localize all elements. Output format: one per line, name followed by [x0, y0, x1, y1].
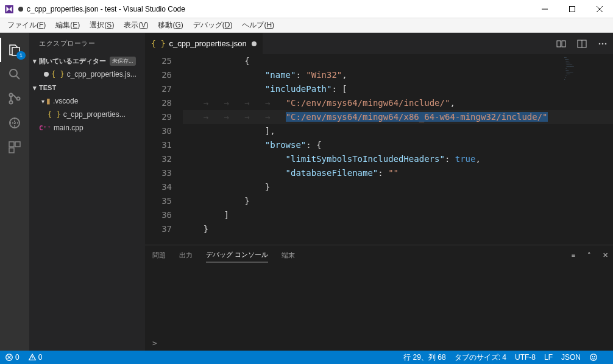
status-encoding[interactable]: UTF-8	[515, 353, 536, 362]
svg-rect-6	[9, 142, 14, 147]
workspace-header[interactable]: ▾ TEST	[29, 81, 145, 94]
activity-bar: 1	[0, 33, 29, 351]
svg-rect-8	[9, 148, 14, 153]
editor-area: { } c_cpp_properties.json 25262728293031…	[145, 33, 613, 351]
json-icon: { }	[151, 39, 165, 48]
menu-s[interactable]: 選択(S)	[85, 20, 119, 30]
svg-point-4	[17, 97, 20, 100]
panel-close-button[interactable]: ✕	[597, 251, 613, 259]
status-errors[interactable]: 0	[5, 353, 19, 362]
chevron-down-icon: ▾	[39, 98, 46, 105]
json-icon: { }	[48, 110, 61, 119]
svg-rect-7	[15, 142, 20, 147]
status-feedback-button[interactable]	[589, 353, 600, 362]
cpp-icon: C⁺⁺	[39, 124, 51, 132]
status-bar: 0 0 行 29、列 68 タブのサイズ: 4 UTF-8 LF JSON	[0, 351, 613, 364]
folder-item[interactable]: ▾▮.vscode	[29, 94, 145, 108]
tree-label: main.cpp	[54, 124, 83, 132]
svg-rect-9	[557, 41, 561, 47]
status-language[interactable]: JSON	[561, 353, 581, 362]
workspace-label: TEST	[39, 84, 56, 91]
file-item[interactable]: { }c_cpp_properties...	[29, 108, 145, 121]
tree-label: c_cpp_properties...	[63, 110, 126, 119]
prompt-icon: >	[152, 338, 157, 348]
activity-extensions[interactable]	[0, 135, 29, 159]
window-titlebar: c_cpp_properties.json - test - Visual St…	[0, 0, 613, 18]
maximize-button[interactable]	[558, 0, 586, 18]
vscode-icon	[4, 4, 15, 15]
svg-point-17	[592, 357, 593, 357]
panel-tab[interactable]: 問題	[152, 248, 166, 262]
more-actions-button[interactable]	[592, 33, 613, 54]
window-title: c_cpp_properties.json - test - Visual St…	[27, 5, 531, 13]
chevron-down-icon: ▾	[30, 57, 39, 65]
svg-point-1	[10, 69, 17, 77]
explorer-sidebar: エクスプローラー ▾ 開いているエディター 未保存... { }c_cpp_pr…	[29, 33, 145, 351]
svg-rect-0	[569, 6, 575, 12]
tab-label: c_cpp_properties.json	[169, 39, 246, 48]
panel-tab[interactable]: 出力	[179, 248, 193, 262]
status-tab-size[interactable]: タブのサイズ: 4	[455, 352, 506, 363]
modified-dot-icon	[44, 72, 49, 77]
svg-point-12	[599, 43, 601, 44]
folder-icon: ▮	[46, 97, 51, 105]
panel-clear-button[interactable]: ≡	[565, 251, 581, 259]
panel-maximize-button[interactable]: ˄	[581, 251, 597, 259]
tree-label: .vscode	[53, 97, 78, 105]
modified-indicator-icon	[18, 7, 23, 12]
menu-v[interactable]: 表示(V)	[119, 20, 153, 30]
panel-tab[interactable]: デバッグ コンソール	[206, 248, 268, 262]
minimap[interactable]: ▬▬▬ ▬▬▬▬▬ ▬▬▬▬ ▬▬▬▬▬▬ ▬▬▬▬▬▬▬▬ ▬▬▬▬▬▬▬▬▬…	[562, 54, 613, 152]
minimize-button[interactable]	[531, 0, 558, 18]
svg-point-18	[594, 357, 595, 357]
modified-dot-icon	[252, 41, 257, 46]
sidebar-title: エクスプローラー	[29, 33, 145, 54]
open-editors-label: 開いているエディター	[39, 57, 106, 66]
menu-f[interactable]: ファイル(F)	[2, 20, 51, 30]
activity-search[interactable]	[0, 62, 29, 86]
svg-rect-10	[562, 41, 565, 47]
tab-file[interactable]: { } c_cpp_properties.json	[145, 33, 263, 54]
status-line-col[interactable]: 行 29、列 68	[403, 352, 445, 363]
split-editor-button[interactable]	[572, 33, 592, 54]
activity-scm[interactable]	[0, 86, 29, 111]
menu-g[interactable]: 移動(G)	[153, 20, 188, 30]
chevron-down-icon: ▾	[30, 84, 39, 92]
open-editors-header[interactable]: ▾ 開いているエディター 未保存...	[29, 54, 145, 68]
debug-console-output[interactable]	[145, 265, 613, 335]
debug-console-input[interactable]: >	[145, 335, 613, 351]
activity-explorer[interactable]: 1	[0, 38, 29, 62]
file-name: c_cpp_properties.js...	[67, 70, 136, 79]
bottom-panel: 問題出力デバッグ コンソール端末 ≡ ˄ ✕ >	[145, 245, 613, 351]
panel-tab[interactable]: 端末	[282, 248, 295, 262]
svg-point-3	[10, 101, 13, 104]
svg-point-14	[605, 43, 607, 44]
menu-e[interactable]: 編集(E)	[51, 20, 85, 30]
status-warnings[interactable]: 0	[28, 353, 43, 362]
tab-bar: { } c_cpp_properties.json	[145, 33, 613, 54]
activity-debug[interactable]	[0, 111, 29, 135]
explorer-badge: 1	[16, 51, 26, 60]
file-item[interactable]: C⁺⁺main.cpp	[29, 121, 145, 135]
status-eol[interactable]: LF	[544, 353, 553, 362]
line-gutter: 25262728293031323334353637	[145, 54, 183, 245]
panel-tabs: 問題出力デバッグ コンソール端末 ≡ ˄ ✕	[145, 245, 613, 265]
json-icon: { }	[51, 70, 65, 79]
code-editor[interactable]: 25262728293031323334353637 { "name": "Wi…	[145, 54, 613, 245]
code-content[interactable]: { "name": "Win32", "includePath": [ → → …	[183, 54, 613, 245]
menubar: ファイル(F)編集(E)選択(S)表示(V)移動(G)デバッグ(D)ヘルプ(H)	[0, 18, 613, 33]
compare-changes-button[interactable]	[551, 33, 572, 54]
svg-point-13	[602, 43, 604, 44]
unsaved-badge: 未保存...	[110, 57, 136, 66]
open-editor-item[interactable]: { }c_cpp_properties.js...	[29, 68, 145, 81]
svg-point-16	[590, 354, 597, 361]
svg-point-2	[10, 94, 13, 97]
menu-h[interactable]: ヘルプ(H)	[237, 20, 279, 30]
menu-d[interactable]: デバッグ(D)	[188, 20, 238, 30]
close-button[interactable]	[586, 0, 613, 18]
